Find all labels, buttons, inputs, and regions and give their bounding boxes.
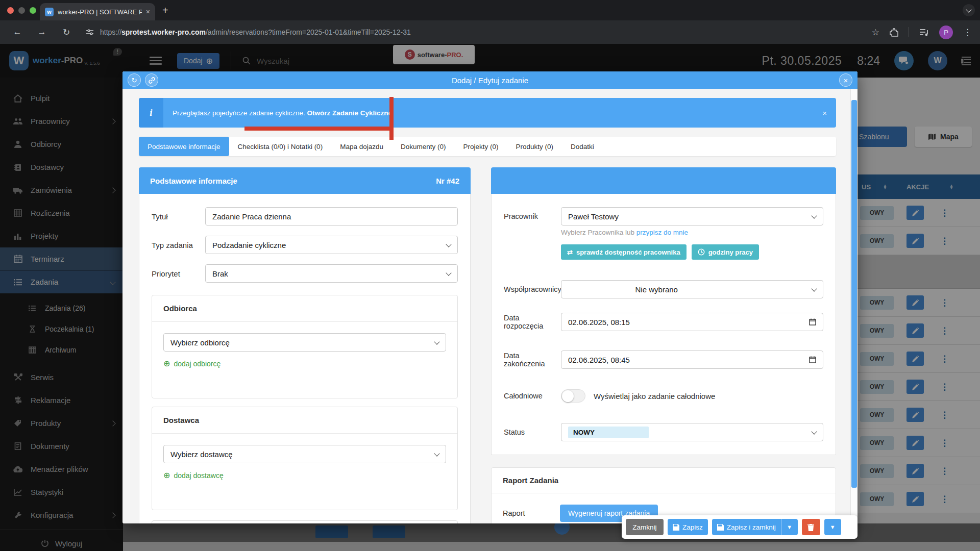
supplier-header: Dostawca xyxy=(152,407,457,434)
browser-url-bar: ← → ↻ https://sprotest.worker-pro.com/ad… xyxy=(0,20,980,44)
save-close-group: Zapisz i zamknij ▼ xyxy=(712,519,798,535)
task-type-label: Typ zadania xyxy=(152,241,205,249)
chevron-down-icon xyxy=(434,450,439,456)
scrollbar-thumb[interactable] xyxy=(851,100,857,488)
task-type-select[interactable]: Podzadanie cykliczne xyxy=(205,236,458,254)
tab-mapa-dojazdu[interactable]: Mapa dojazdu xyxy=(331,137,392,156)
divider xyxy=(909,27,909,37)
tab-dokumenty[interactable]: Dokumenty (0) xyxy=(392,137,455,156)
tab-search-button[interactable] xyxy=(963,4,975,16)
reload-icon[interactable]: ↻ xyxy=(59,27,74,38)
task-modal: ↻ Dodaj / Edytuj zadanie × i Przeglądasz… xyxy=(122,71,857,523)
coworkers-label: Współpracownicy xyxy=(504,285,561,293)
extensions-icon[interactable] xyxy=(890,28,898,37)
favicon: w xyxy=(45,8,54,16)
save-options-dropdown[interactable]: ▼ xyxy=(781,519,798,535)
tab-projekty[interactable]: Projekty (0) xyxy=(454,137,507,156)
banner-text: Przeglądasz pojedyńcze zadanie cykliczne… xyxy=(173,109,392,117)
close-button[interactable]: Zamknij xyxy=(626,519,664,535)
save-icon xyxy=(717,524,724,531)
task-number: Nr #42 xyxy=(436,177,459,185)
status-select[interactable]: NOWY xyxy=(561,423,823,441)
info-banner: i Przeglądasz pojedyńcze zadanie cyklicz… xyxy=(139,98,836,128)
browser-tab-bar: w worker-PRO | SOFTWARE PR × + xyxy=(0,0,980,20)
allday-label: Całodniowe xyxy=(504,392,561,400)
banner-close-icon[interactable]: × xyxy=(822,109,827,117)
chevron-down-icon xyxy=(811,213,817,218)
title-input[interactable]: Zadanie Praca dzienna xyxy=(205,207,458,226)
chevron-down-icon xyxy=(434,339,439,344)
tab-produkty[interactable]: Produkty (0) xyxy=(507,137,562,156)
title-label: Tytuł xyxy=(152,212,205,221)
right-panel-header xyxy=(491,167,836,194)
modal-title: Dodaj / Edytuj zadanie xyxy=(122,76,857,85)
browser-menu-icon[interactable]: ⋮ xyxy=(963,27,972,38)
modal-tabs: Podstawowe informacje Checklista (0/0) i… xyxy=(139,137,836,156)
refresh-button[interactable]: ↻ xyxy=(128,73,141,87)
chevron-down-icon xyxy=(811,429,817,434)
status-label: Status xyxy=(504,428,561,436)
recipient-select[interactable]: Wybierz odbiorcę xyxy=(163,333,446,352)
editor-toolbar: ↶ ↷ Akapit A↕ A≡ A A B I xyxy=(152,520,458,523)
report-header: Raport Zadania xyxy=(492,468,836,493)
calendar-icon xyxy=(809,356,816,363)
supplier-select[interactable]: Wybierz dostawcę xyxy=(163,445,446,463)
link-icon xyxy=(149,77,155,84)
end-date-label: Data zakończenia xyxy=(504,352,561,368)
modal-body: i Przeglądasz pojedyńcze zadanie cyklicz… xyxy=(122,89,850,523)
back-icon[interactable]: ← xyxy=(10,27,24,37)
assign-to-me-link[interactable]: przypisz do mnie xyxy=(636,229,688,236)
coworkers-select[interactable]: Nie wybrano xyxy=(561,280,823,298)
tab-dodatki[interactable]: Dodatki xyxy=(562,137,603,156)
media-controls-icon[interactable] xyxy=(919,29,929,36)
panel-title: Podstawowe informacje xyxy=(150,177,237,185)
copy-link-button[interactable] xyxy=(145,73,158,87)
working-hours-button[interactable]: godziny pracy xyxy=(692,244,759,260)
priority-label: Priorytet xyxy=(152,269,205,278)
delete-button[interactable] xyxy=(802,519,820,535)
modal-close-button[interactable]: × xyxy=(839,73,852,87)
maximize-window-button[interactable] xyxy=(30,7,36,14)
close-window-button[interactable] xyxy=(7,7,14,14)
start-date-label: Data rozpoczęcia xyxy=(504,314,561,330)
left-panel-header: Podstawowe informacje Nr #42 xyxy=(139,167,471,194)
address-url[interactable]: https://sprotest.worker-pro.com/admin/re… xyxy=(100,28,411,36)
tab-checklista[interactable]: Checklista (0/0) i Notatki (0) xyxy=(229,137,332,156)
add-recipient-link[interactable]: ⊕dodaj odbiorcę xyxy=(163,359,446,368)
priority-select[interactable]: Brak xyxy=(205,264,458,283)
browser-profile-avatar[interactable]: P xyxy=(939,26,953,39)
employee-select[interactable]: Paweł Testowy xyxy=(561,207,823,226)
employee-label: Pracownik xyxy=(504,212,561,220)
report-label: Raport xyxy=(503,509,560,517)
calendar-icon xyxy=(809,318,816,325)
save-and-close-button[interactable]: Zapisz i zamknij xyxy=(712,519,781,535)
tab-podstawowe-informacje[interactable]: Podstawowe informacje xyxy=(139,137,229,156)
plus-circle-icon: ⊕ xyxy=(163,359,170,368)
plus-circle-icon: ⊕ xyxy=(163,470,170,480)
end-date-input[interactable]: 02.06.2025, 08:45 xyxy=(561,350,823,369)
annotation-underline xyxy=(244,127,390,131)
modal-footer-actions: Zamknij Zapisz Zapisz i zamknij ▼ ▼ xyxy=(622,515,857,539)
forward-icon[interactable]: → xyxy=(35,27,49,37)
recipient-header: Odbiorca xyxy=(152,295,457,322)
open-recurring-task-link[interactable]: Otwórz Zadanie Cykliczne xyxy=(307,109,392,117)
browser-tab[interactable]: w worker-PRO | SOFTWARE PR × xyxy=(40,3,155,20)
check-availability-button[interactable]: ⇄sprawdź dostępność pracownika xyxy=(561,244,687,260)
window-controls[interactable] xyxy=(7,7,36,14)
site-info-icon[interactable] xyxy=(83,25,97,39)
save-button[interactable]: Zapisz xyxy=(668,519,708,535)
modal-header: ↻ Dodaj / Edytuj zadanie × xyxy=(122,71,857,89)
bookmark-star-icon[interactable]: ☆ xyxy=(872,27,879,38)
new-tab-button[interactable]: + xyxy=(162,5,168,16)
allday-toggle[interactable] xyxy=(561,389,585,403)
more-actions-dropdown[interactable]: ▼ xyxy=(824,519,841,535)
modal-scrollbar[interactable] xyxy=(850,89,857,523)
start-date-input[interactable]: 02.06.2025, 08:15 xyxy=(561,313,823,331)
right-panel: Pracownik Paweł Testowy Wybierz Pracowni… xyxy=(491,167,836,523)
tab-close-icon[interactable]: × xyxy=(146,8,150,16)
allday-text: Wyświetlaj jako zadanie całodniowe xyxy=(594,392,715,400)
supplier-card: Dostawca Wybierz dostawcę ⊕dodaj dostawc… xyxy=(152,407,458,510)
employee-helper: Wybierz Pracownika lub przypisz do mnie xyxy=(561,229,823,236)
minimize-window-button[interactable] xyxy=(18,7,25,14)
add-supplier-link[interactable]: ⊕dodaj dostawcę xyxy=(163,470,446,480)
